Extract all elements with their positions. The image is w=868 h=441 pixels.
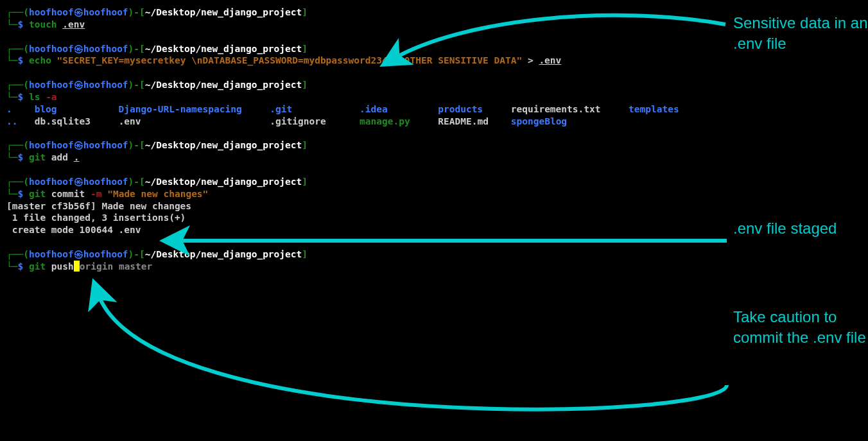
spacer bbox=[6, 127, 862, 139]
cursor bbox=[74, 261, 80, 272]
command-line[interactable]: └─$ git pushorigin master bbox=[6, 261, 862, 273]
command-line[interactable]: └─$ ls -a bbox=[6, 91, 862, 103]
command-line[interactable]: └─$ git add . bbox=[6, 151, 862, 164]
output-line: [master cf3b56f] Made new changes bbox=[6, 200, 862, 212]
annotation-take-caution: Take caution to commit the .env file bbox=[733, 307, 868, 349]
command-line[interactable]: └─$ echo "SECRET_KEY=mysecretkey \nDATAB… bbox=[6, 55, 862, 67]
spacer bbox=[6, 164, 862, 176]
command-line[interactable]: └─$ git commit -m "Made new changes" bbox=[6, 188, 862, 200]
listing-row: . blog Django-URL-namespacing .git .idea… bbox=[6, 103, 862, 116]
prompt-line-1: ┌──(hoofhoof㉿hoofhoof)-[~/Desktop/new_dj… bbox=[6, 79, 862, 91]
prompt-line-1: ┌──(hoofhoof㉿hoofhoof)-[~/Desktop/new_dj… bbox=[6, 139, 862, 151]
spacer bbox=[6, 67, 862, 79]
listing-row: .. db.sqlite3 .env .gitignore manage.py … bbox=[6, 116, 862, 128]
annotation-env-staged: .env file staged bbox=[733, 218, 837, 239]
prompt-line-1: ┌──(hoofhoof㉿hoofhoof)-[~/Desktop/new_dj… bbox=[6, 248, 862, 261]
prompt-line-1: ┌──(hoofhoof㉿hoofhoof)-[~/Desktop/new_dj… bbox=[6, 176, 862, 188]
annotation-sensitive-data: Sensitive data in an .env file bbox=[733, 13, 868, 55]
